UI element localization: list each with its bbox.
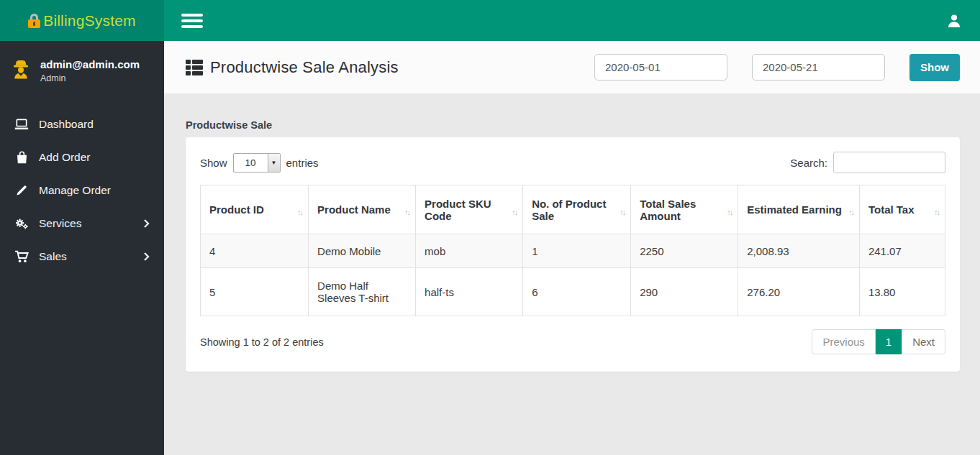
hamburger-menu-icon[interactable] xyxy=(181,11,203,31)
pencil-icon xyxy=(14,184,29,197)
sidebar-menu: Dashboard Add Order Services Manage Orde… xyxy=(0,108,164,273)
column-header-total-sales-amount[interactable]: Total Sales Amount ↑↓ xyxy=(631,185,738,234)
cell-product-id: 5 xyxy=(201,268,309,316)
sidebar-item-label: Sales xyxy=(39,250,67,263)
sort-icon: ↑↓ xyxy=(848,208,853,216)
table-row: 5 Demo Half Sleeves T-shirt half-ts 6 29… xyxy=(201,268,945,316)
chevron-right-icon xyxy=(143,219,150,228)
column-header-no-of-product-sale[interactable]: No. of Product Sale ↑↓ xyxy=(523,185,631,234)
search-input[interactable] xyxy=(833,152,945,173)
sort-icon: ↑↓ xyxy=(727,208,732,216)
sidebar-item-sales[interactable]: Sales xyxy=(0,240,164,273)
cell-estimated-earning: 2,008.93 xyxy=(738,234,860,268)
sidebar-item-label: Add Order xyxy=(39,151,91,164)
table-info: Showing 1 to 2 of 2 entries xyxy=(200,336,324,348)
column-header-product-sku-code[interactable]: Product SKU Code ↑↓ xyxy=(416,185,523,234)
cell-total-tax: 241.07 xyxy=(859,234,945,268)
pagination: Previous 1 Next xyxy=(812,329,945,354)
sidebar-item-label: Manage Order xyxy=(39,184,111,197)
cogs-icon xyxy=(14,217,29,230)
th-list-icon xyxy=(186,60,203,75)
lock-icon xyxy=(28,14,40,28)
column-header-product-id[interactable]: Product ID ↑↓ xyxy=(201,185,309,234)
select-dropdown-arrow-icon: ▼ xyxy=(268,154,280,172)
sidebar-item-label: Services xyxy=(39,217,81,230)
brand-logo[interactable]: BillingSystem xyxy=(0,0,164,41)
main-content: Productwise Sale Show 10 ▼ entries Searc… xyxy=(164,93,980,455)
page-length-control: Show 10 ▼ entries xyxy=(200,153,319,173)
sort-icon: ↑↓ xyxy=(934,208,939,216)
sort-icon: ↑↓ xyxy=(620,208,625,216)
sort-icon: ↑↓ xyxy=(297,208,302,216)
sidebar-user-block: admin@admin.com Admin xyxy=(0,41,164,98)
table-header-row: Product ID ↑↓ Product Name ↑↓ Product SK… xyxy=(201,185,945,234)
sidebar-item-label: Dashboard xyxy=(39,118,94,131)
column-header-total-tax[interactable]: Total Tax ↑↓ xyxy=(859,185,945,234)
user-account-icon[interactable] xyxy=(945,12,963,29)
sort-icon: ↑↓ xyxy=(512,208,517,216)
length-label-before: Show xyxy=(200,157,227,169)
user-role: Admin xyxy=(40,73,140,83)
cell-estimated-earning: 276.20 xyxy=(738,268,860,316)
brand-name: BillingSystem xyxy=(43,12,136,29)
pagination-previous-button[interactable]: Previous xyxy=(812,329,875,354)
show-button[interactable]: Show xyxy=(909,54,960,81)
pagination-page-1-button[interactable]: 1 xyxy=(876,329,902,354)
shopping-bag-icon xyxy=(14,151,29,164)
table-row: 4 Demo Mobile mob 1 2250 2,008.93 241.07 xyxy=(201,234,945,268)
sidebar-item-services[interactable]: Services xyxy=(0,207,164,240)
cell-product-name: Demo Half Sleeves T-shirt xyxy=(309,268,416,316)
cell-product-id: 4 xyxy=(201,234,309,268)
laptop-icon xyxy=(14,118,29,131)
chevron-right-icon xyxy=(143,252,150,261)
length-label-after: entries xyxy=(286,157,319,169)
search-label: Search: xyxy=(790,157,827,169)
top-navbar xyxy=(164,0,980,41)
cell-no-of-product-sale: 6 xyxy=(523,268,631,316)
cell-no-of-product-sale: 1 xyxy=(523,234,631,268)
user-email: admin@admin.com xyxy=(40,58,140,70)
sidebar: BillingSystem admin@admin.com Admin xyxy=(0,0,164,455)
sidebar-item-manage-order[interactable]: Services Manage Order xyxy=(0,174,164,207)
cell-total-sales-amount: 290 xyxy=(631,268,738,316)
cell-product-sku-code: half-ts xyxy=(416,268,523,316)
productwise-sale-table: Product ID ↑↓ Product Name ↑↓ Product SK… xyxy=(200,185,945,316)
sidebar-item-dashboard[interactable]: Dashboard xyxy=(0,108,164,141)
user-secret-icon xyxy=(10,59,32,83)
panel-title: Productwise Sale xyxy=(186,119,960,131)
cell-product-name: Demo Mobile xyxy=(309,234,416,268)
column-header-product-name[interactable]: Product Name ↑↓ xyxy=(309,185,416,234)
sort-icon: ↑↓ xyxy=(404,208,409,216)
cell-product-sku-code: mob xyxy=(416,234,523,268)
datatable-card: Show 10 ▼ entries Search: Product ID ↑↓ xyxy=(186,137,960,372)
date-to-input[interactable] xyxy=(752,54,885,81)
page-header: Productwise Sale Analysis Show xyxy=(164,41,980,93)
cell-total-sales-amount: 2250 xyxy=(631,234,738,268)
shopping-cart-icon xyxy=(14,250,29,263)
entries-select[interactable]: 10 ▼ xyxy=(233,153,281,173)
entries-select-value: 10 xyxy=(234,154,268,172)
cell-total-tax: 13.80 xyxy=(859,268,945,316)
sidebar-item-add-order[interactable]: Add Order xyxy=(0,141,164,174)
column-header-estimated-earning[interactable]: Estimated Earning ↑↓ xyxy=(738,185,860,234)
date-from-input[interactable] xyxy=(594,54,727,81)
pagination-next-button[interactable]: Next xyxy=(902,329,945,354)
page-title: Productwise Sale Analysis xyxy=(210,58,399,77)
